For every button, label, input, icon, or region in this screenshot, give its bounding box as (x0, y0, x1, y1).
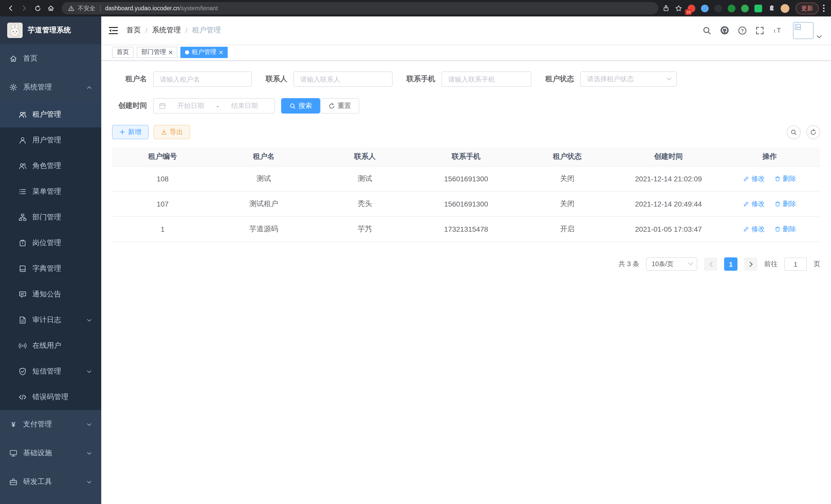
extension-icon[interactable] (714, 4, 722, 12)
user-menu[interactable] (793, 22, 822, 39)
edit-label: 修改 (751, 174, 765, 183)
sidebar-item-home[interactable]: 首页 (0, 44, 101, 73)
extensions-puzzle-icon[interactable] (768, 5, 775, 12)
date-end-placeholder: 结束日期 (220, 101, 269, 111)
sidebar-item-system[interactable]: 系统管理 (0, 73, 101, 102)
export-button[interactable]: 导出 (154, 125, 190, 139)
sidebar-item-infrastructure[interactable]: 基础设施 (0, 439, 101, 468)
screen: 不安全 dashboard.yudao.iocoder.cn /system/t… (0, 0, 831, 504)
column-header-actions: 操作 (719, 147, 820, 166)
sidebar-item-dept[interactable]: 部门管理 (0, 205, 101, 230)
edit-button[interactable]: 修改 (743, 225, 765, 234)
profile-avatar[interactable] (781, 4, 790, 12)
reset-button[interactable]: 重置 (320, 98, 359, 114)
system-submenu: 租户管理 用户管理 角色管理 (0, 102, 101, 410)
goto-page-input[interactable] (784, 258, 807, 271)
sidebar-item-role[interactable]: 角色管理 (0, 153, 101, 179)
sidebar-item-post[interactable]: 岗位管理 (0, 230, 101, 256)
edit-button[interactable]: 修改 (743, 199, 765, 209)
delete-button[interactable]: 删除 (774, 199, 796, 209)
header-search-icon[interactable] (703, 26, 711, 35)
cell-name: 测试 (213, 166, 315, 191)
bookmark-star-icon[interactable] (675, 4, 683, 12)
fullscreen-icon[interactable] (755, 26, 764, 35)
close-icon[interactable] (169, 50, 173, 54)
breadcrumb-home[interactable]: 首页 (126, 26, 141, 35)
sidebar-item-audit-log[interactable]: 审计日志 (0, 307, 101, 333)
extension-icon[interactable] (741, 4, 749, 12)
browser-forward-button[interactable] (18, 2, 31, 15)
browser-back-button[interactable] (4, 2, 18, 15)
column-header-id: 租户编号 (112, 147, 213, 166)
cell-status: 关闭 (517, 191, 618, 216)
github-icon[interactable] (720, 26, 729, 35)
tab-home[interactable]: 首页 (112, 47, 134, 58)
tenant-name-input[interactable] (153, 71, 252, 87)
extensions-area: 10 (688, 4, 790, 12)
status-select-placeholder: 请选择租户状态 (587, 75, 634, 84)
date-range-picker[interactable]: 开始日期 - 结束日期 (153, 98, 275, 114)
cell-created: 2021-12-14 21:02:09 (618, 166, 719, 191)
close-icon[interactable] (219, 50, 223, 54)
extension-icon[interactable] (728, 4, 736, 12)
edit-button[interactable]: 修改 (743, 174, 765, 183)
browser-reload-button[interactable] (31, 2, 44, 15)
status-label: 租户状态 (545, 75, 574, 84)
tenant-name-label: 租户名 (112, 75, 147, 84)
sidebar-item-sms[interactable]: 短信管理 (0, 359, 101, 384)
browser-home-button[interactable] (44, 2, 58, 15)
avatar (793, 22, 813, 39)
tab-label: 租户管理 (192, 48, 217, 57)
tab-dept[interactable]: 部门管理 (137, 47, 177, 58)
sidebar-item-online-users[interactable]: 在线用户 (0, 333, 101, 359)
status-select[interactable]: 请选择租户状态 (580, 71, 677, 87)
delete-label: 删除 (783, 225, 796, 234)
sidebar-item-label: 租户管理 (32, 110, 61, 119)
browser-update-button[interactable]: 更新 (796, 2, 819, 14)
warning-icon (68, 5, 75, 11)
monitor-icon (9, 449, 18, 457)
delete-button[interactable]: 删除 (774, 225, 796, 234)
page-size-select[interactable]: 10条/页 (646, 258, 697, 271)
reset-button-label: 重置 (338, 101, 351, 111)
sidebar-item-tenant[interactable]: 租户管理 (0, 102, 101, 127)
extension-icon[interactable]: 10 (688, 4, 695, 12)
contact-input[interactable] (293, 71, 393, 87)
page-number-button[interactable]: 1 (724, 258, 738, 271)
page-unit-label: 页 (813, 260, 820, 269)
phone-input[interactable] (441, 71, 532, 87)
font-size-icon[interactable]: tT (773, 26, 783, 34)
refresh-button[interactable] (806, 125, 820, 139)
book-icon (19, 265, 27, 273)
filter-create-time: 创建时间 开始日期 - 结束日期 (112, 98, 275, 114)
sidebar-item-menu[interactable]: 菜单管理 (0, 179, 101, 205)
sidebar-item-error-code[interactable]: 错误码管理 (0, 384, 101, 410)
add-button[interactable]: 新增 (112, 125, 148, 139)
sidebar-item-notice[interactable]: 通知公告 (0, 281, 101, 307)
tab-tenant[interactable]: 租户管理 (180, 47, 228, 58)
sidebar-collapse-button[interactable] (109, 26, 118, 35)
search-toggle-button[interactable] (787, 125, 801, 139)
browser-menu-icon[interactable] (821, 4, 827, 12)
extension-icon[interactable] (701, 4, 709, 12)
browser-address-bar[interactable]: 不安全 dashboard.yudao.iocoder.cn /system/t… (62, 2, 658, 14)
prev-page-button[interactable] (704, 258, 717, 271)
delete-button[interactable]: 删除 (774, 174, 796, 183)
toolbox-icon (9, 478, 18, 486)
sidebar-item-label: 首页 (23, 54, 37, 63)
cell-actions: 修改 删除 (719, 166, 820, 191)
help-icon[interactable]: ? (738, 26, 747, 35)
column-header-contact: 联系人 (314, 147, 416, 166)
next-page-button[interactable] (744, 258, 757, 271)
user-icon (19, 136, 27, 144)
sidebar-item-dev-tools[interactable]: 研发工具 (0, 468, 101, 496)
search-button[interactable]: 搜索 (281, 98, 320, 114)
breadcrumb-section[interactable]: 系统管理 (152, 26, 181, 35)
message-icon (19, 290, 27, 298)
sidebar-item-user[interactable]: 用户管理 (0, 127, 101, 153)
sidebar-item-payment[interactable]: ¥ 支付管理 (0, 410, 101, 439)
sidebar-item-dict[interactable]: 字典管理 (0, 256, 101, 281)
share-icon[interactable] (662, 5, 670, 12)
add-button-label: 新增 (128, 127, 141, 137)
extension-icon[interactable] (754, 4, 762, 12)
